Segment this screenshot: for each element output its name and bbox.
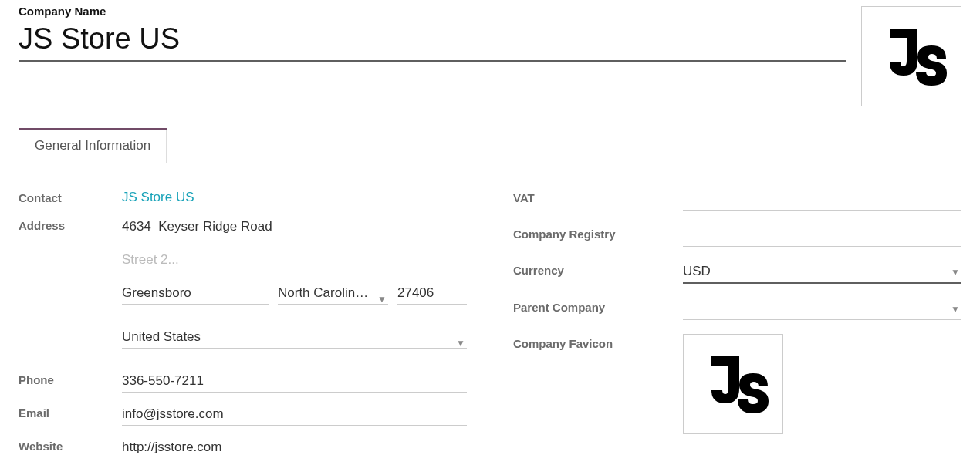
company-logo[interactable] [861, 6, 961, 106]
currency-select[interactable] [683, 261, 961, 284]
company-favicon[interactable] [683, 334, 783, 434]
tab-bar: General Information [19, 128, 961, 163]
contact-link[interactable]: JS Store US [122, 188, 194, 205]
email-input[interactable] [122, 403, 467, 426]
website-input[interactable] [122, 436, 467, 455]
js-logo-icon [694, 345, 772, 423]
zip-input[interactable] [397, 282, 467, 305]
currency-label: Currency [513, 261, 683, 277]
registry-label: Company Registry [513, 224, 683, 241]
company-name-label: Company Name [19, 5, 846, 18]
parent-company-select[interactable] [683, 298, 961, 320]
parent-company-label: Parent Company [513, 298, 683, 314]
phone-input[interactable] [122, 370, 467, 393]
vat-input[interactable] [683, 188, 961, 211]
country-select[interactable] [122, 326, 467, 349]
city-input[interactable] [122, 282, 269, 305]
phone-label: Phone [19, 370, 122, 386]
registry-input[interactable] [683, 224, 961, 247]
website-label: Website [19, 436, 122, 453]
address-label: Address [19, 216, 122, 232]
street1-input[interactable] [122, 216, 467, 238]
email-label: Email [19, 403, 122, 420]
favicon-label: Company Favicon [513, 334, 683, 350]
page-header: Company Name [19, 5, 961, 106]
state-select[interactable] [278, 282, 388, 305]
tab-general-information[interactable]: General Information [19, 128, 167, 163]
company-name-input[interactable] [19, 21, 846, 62]
js-logo-icon [873, 18, 950, 95]
street2-input[interactable] [122, 249, 467, 271]
vat-label: VAT [513, 188, 683, 204]
contact-label: Contact [19, 188, 122, 204]
